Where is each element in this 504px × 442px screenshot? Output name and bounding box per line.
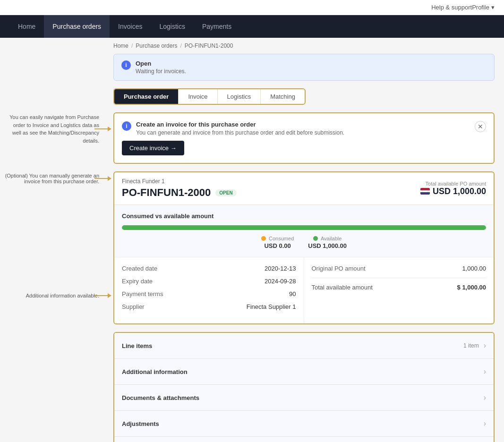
- detail-created-date: Created date 2020-12-13: [122, 265, 296, 272]
- usd-flag-icon: [420, 188, 430, 195]
- breadcrumb-purchase-orders[interactable]: Purchase orders: [136, 42, 177, 49]
- original-po-label: Original PO amount: [312, 265, 366, 272]
- status-banner: i Open Waiting for invoices.: [113, 54, 495, 81]
- status-info-icon: i: [121, 60, 131, 70]
- invoice-banner-subtitle: You can generate and invoice from this p…: [136, 129, 470, 136]
- annotation-arrow-1: [94, 128, 109, 129]
- original-po-value: 1,000.00: [462, 265, 486, 272]
- po-funder: Finecta Funder 1: [122, 178, 237, 185]
- chevron-right-icon-4: ›: [484, 419, 486, 428]
- profile-chevron-icon: ▾: [491, 4, 495, 11]
- detail-supplier: Supplier Finecta Supplier 1: [122, 303, 296, 310]
- section-line-items[interactable]: Line items 1 item ›: [114, 333, 494, 359]
- chevron-right-icon-3: ›: [484, 393, 486, 402]
- sections-card: Line items 1 item › Additional informati…: [113, 332, 495, 442]
- annotation-tabs: You can easily navigate from Purchase or…: [5, 113, 99, 144]
- profile-menu[interactable]: Profile ▾: [472, 4, 495, 11]
- status-subtitle: Waiting for invoices.: [136, 68, 186, 75]
- po-status-badge: OPEN: [215, 189, 236, 196]
- section-line-items-label: Line items: [122, 342, 152, 349]
- invoice-info-icon: i: [122, 121, 131, 131]
- section-line-items-badge: 1 item: [463, 342, 479, 349]
- breadcrumb-home[interactable]: Home: [113, 42, 128, 49]
- chevron-right-icon-2: ›: [484, 367, 486, 376]
- annotation-invoice: (Optional) You can manually generate an …: [5, 173, 99, 184]
- tab-matching[interactable]: Matching: [261, 89, 305, 104]
- available-value: USD 1,000.00: [308, 242, 347, 249]
- progress-bar-fill: [122, 225, 486, 230]
- expiry-date-label: Expiry date: [122, 278, 153, 285]
- breadcrumb-sep-2: /: [180, 42, 181, 49]
- section-additional-info[interactable]: Additional information ›: [114, 359, 494, 385]
- invoice-create-banner: i Create an invoice for this purchase or…: [113, 112, 495, 164]
- progress-legend: Consumed USD 0.00 Available USD 1,000.00: [122, 236, 486, 249]
- po-total-value: USD 1,000.00: [420, 187, 486, 196]
- details-grid: Created date 2020-12-13 Expiry date 2024…: [114, 257, 494, 323]
- create-invoice-button[interactable]: Create invoice →: [122, 141, 184, 155]
- details-right: Original PO amount 1,000.00 Total availa…: [304, 257, 494, 323]
- section-documents-right: ›: [484, 393, 486, 402]
- section-line-items-right: 1 item ›: [463, 341, 486, 350]
- total-available-label: Total available amount: [312, 284, 373, 291]
- payment-terms-label: Payment terms: [122, 290, 163, 298]
- annotation-additional: Additional information available.: [5, 293, 99, 298]
- top-bar: Help & support Profile ▾: [0, 0, 504, 15]
- po-card: Finecta Funder 1 PO-FINFUN1-2000 OPEN To…: [113, 171, 495, 324]
- nav-item-home[interactable]: Home: [9, 15, 44, 38]
- tab-logistics[interactable]: Logistics: [218, 89, 261, 104]
- nav-item-logistics[interactable]: Logistics: [151, 15, 193, 38]
- section-adjustments-right: ›: [484, 419, 486, 428]
- section-additional-info-right: ›: [484, 367, 486, 376]
- expiry-date-value: 2024-09-28: [265, 278, 296, 285]
- available-label: Available: [321, 236, 342, 241]
- annotation-arrow-2: [94, 178, 109, 179]
- invoice-banner-title: Create an invoice for this purchase orde…: [136, 121, 470, 128]
- progress-area: Consumed vs available amount Consumed US…: [114, 205, 494, 257]
- breadcrumb: Home / Purchase orders / PO-FINFUN1-2000: [113, 38, 495, 54]
- tab-purchase-order[interactable]: Purchase order: [114, 89, 179, 104]
- section-adjustments-label: Adjustments: [122, 420, 159, 427]
- detail-payment-terms: Payment terms 90: [122, 290, 296, 298]
- consumed-value: USD 0.00: [264, 242, 290, 249]
- nav-item-purchase-orders[interactable]: Purchase orders: [44, 15, 110, 38]
- supplier-label: Supplier: [122, 303, 145, 310]
- breadcrumb-sep-1: /: [131, 42, 133, 49]
- chevron-right-icon: ›: [484, 341, 486, 350]
- main-wrapper: You can easily navigate from Purchase or…: [0, 38, 504, 442]
- po-total-currency: USD 1,000.00: [433, 187, 486, 196]
- section-documents-label: Documents & attachments: [122, 394, 199, 401]
- total-available-value: $ 1,000.00: [457, 284, 486, 291]
- nav-item-payments[interactable]: Payments: [194, 15, 240, 38]
- po-number: PO-FINFUN1-2000: [122, 187, 211, 199]
- detail-original-po: Original PO amount 1,000.00: [312, 265, 487, 272]
- supplier-value: Finecta Supplier 1: [247, 303, 296, 310]
- section-comments[interactable]: Comments ›: [114, 437, 494, 442]
- consumed-dot: [261, 236, 266, 241]
- close-invoice-banner-button[interactable]: ✕: [475, 121, 486, 132]
- progress-title: Consumed vs available amount: [122, 212, 486, 220]
- content-area: Home / Purchase orders / PO-FINFUN1-2000…: [104, 38, 504, 442]
- nav-item-invoices[interactable]: Invoices: [110, 15, 151, 38]
- tabs-row: Purchase order Invoice Logistics Matchin…: [113, 88, 306, 105]
- invoice-banner-header: i Create an invoice for this purchase or…: [122, 121, 486, 136]
- section-adjustments[interactable]: Adjustments ›: [114, 411, 494, 437]
- payment-terms-value: 90: [289, 290, 296, 298]
- tab-invoice[interactable]: Invoice: [179, 89, 217, 104]
- section-additional-info-label: Additional information: [122, 368, 188, 375]
- breadcrumb-current: PO-FINFUN1-2000: [185, 42, 233, 49]
- po-card-header: Finecta Funder 1 PO-FINFUN1-2000 OPEN To…: [114, 172, 494, 205]
- status-text: Open Waiting for invoices.: [136, 60, 186, 75]
- profile-label: Profile: [472, 4, 489, 11]
- section-documents[interactable]: Documents & attachments ›: [114, 385, 494, 411]
- detail-expiry-date: Expiry date 2024-09-28: [122, 278, 296, 285]
- created-date-value: 2020-12-13: [265, 265, 296, 272]
- help-support-link[interactable]: Help & support: [431, 4, 472, 11]
- invoice-banner-info: Create an invoice for this purchase orde…: [136, 121, 470, 136]
- status-title: Open: [136, 60, 186, 67]
- legend-consumed: Consumed USD 0.00: [261, 236, 294, 249]
- annotation-arrow-3: [94, 295, 109, 296]
- legend-available: Available USD 1,000.00: [308, 236, 347, 249]
- details-left: Created date 2020-12-13 Expiry date 2024…: [114, 257, 304, 323]
- po-info-left: Finecta Funder 1 PO-FINFUN1-2000 OPEN: [122, 178, 237, 199]
- consumed-label: Consumed: [269, 236, 294, 241]
